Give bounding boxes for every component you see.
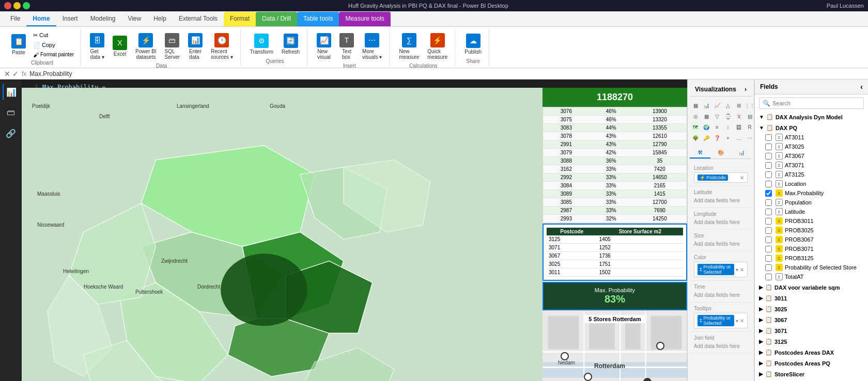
- viz-custom2-icon[interactable]: …: [734, 133, 743, 142]
- build-visual-tab[interactable]: 🛠: [690, 148, 710, 158]
- nav-data-icon[interactable]: 🗃: [3, 104, 19, 121]
- table-row[interactable]: 3084 33% 2165: [543, 182, 687, 190]
- field-checkbox[interactable]: [765, 190, 772, 197]
- cut-button[interactable]: ✂ Cut: [31, 31, 76, 40]
- field-group-header[interactable]: ▶ 📋 3071: [757, 326, 866, 336]
- field-checkbox[interactable]: [765, 227, 772, 234]
- viz-custom1-icon[interactable]: +: [723, 133, 733, 142]
- viz-slicer-icon[interactable]: ≡: [712, 122, 722, 132]
- tab-file[interactable]: File: [4, 12, 26, 26]
- viz-scatter-icon[interactable]: ⋮⋮: [745, 101, 754, 110]
- table-row[interactable]: 2992 33% 14650: [543, 173, 687, 182]
- field-checkbox[interactable]: [765, 255, 772, 262]
- viz-waterfall-icon[interactable]: ↕: [723, 122, 733, 132]
- window-controls[interactable]: [4, 2, 30, 9]
- field-item[interactable]: ΣPROB3071: [757, 244, 866, 253]
- transform-button[interactable]: ⚙ Transform: [247, 31, 276, 57]
- tooltip-field-remove[interactable]: ✕: [740, 318, 744, 324]
- store-marker-1[interactable]: [561, 352, 569, 360]
- tab-table-tools[interactable]: Table tools: [297, 12, 339, 26]
- field-item[interactable]: ΣAT3067: [757, 151, 866, 161]
- field-item[interactable]: ΣMax.Probability: [757, 188, 866, 198]
- fields-search-input[interactable]: [772, 100, 860, 106]
- field-item[interactable]: ΣAT3011: [757, 133, 866, 142]
- copy-button[interactable]: 📄 Copy: [31, 41, 76, 50]
- field-item[interactable]: ΣLocation: [757, 179, 866, 188]
- field-checkbox[interactable]: [765, 134, 772, 141]
- store-marker-5[interactable]: [656, 342, 664, 350]
- color-field-chevron[interactable]: ▾: [736, 267, 738, 273]
- publish-button[interactable]: ☁ Publish: [461, 31, 485, 57]
- viz-expand-icon[interactable]: ›: [745, 86, 747, 93]
- field-checkbox[interactable]: [765, 209, 772, 215]
- field-checkbox[interactable]: [765, 264, 772, 271]
- get-data-button[interactable]: 🗄 Getdata ▾: [87, 31, 107, 62]
- tab-measure-tools[interactable]: Measure tools: [339, 12, 390, 26]
- tab-modeling[interactable]: Modeling: [84, 12, 122, 26]
- field-group-header[interactable]: ▶ 📋 3011: [757, 293, 866, 303]
- field-checkbox[interactable]: [765, 274, 772, 280]
- fields-collapse-icon[interactable]: ‹: [860, 83, 863, 91]
- map-container[interactable]: Poeldijk Delft Lansingerland Gouda Maass…: [22, 88, 542, 381]
- viz-donut-icon[interactable]: ◎: [691, 112, 700, 121]
- new-measure-button[interactable]: ∑ Newmeasure: [396, 31, 422, 62]
- new-visual-button[interactable]: 📈 Newvisual: [314, 31, 334, 62]
- store-table-row[interactable]: 3067 1736: [547, 252, 683, 260]
- viz-key-influencers-icon[interactable]: 🔑: [702, 133, 711, 142]
- table-row[interactable]: 3088 36% 35: [543, 157, 687, 165]
- field-checkbox[interactable]: [765, 236, 772, 243]
- field-group-header[interactable]: ▼ 📋 DAX PQ: [757, 123, 866, 133]
- field-item[interactable]: ΣLatitude: [757, 207, 866, 216]
- latitude-add[interactable]: Add data fields here: [694, 197, 748, 204]
- store-table-row[interactable]: 3025 1751: [547, 260, 683, 268]
- time-add[interactable]: Add data fields here: [694, 291, 748, 299]
- field-item[interactable]: ΣPROB3011: [757, 216, 866, 226]
- table-row[interactable]: 3076 46% 13900: [543, 107, 687, 116]
- table-row[interactable]: 3079 42% 15845: [543, 149, 687, 157]
- color-field-remove[interactable]: ✕: [740, 267, 744, 273]
- field-group-header[interactable]: ▶ 📋 StoreSlicer: [757, 369, 866, 379]
- refresh-button[interactable]: 🔄 Refresh: [278, 31, 303, 57]
- table-row[interactable]: 2993 32% 14250: [543, 215, 687, 223]
- field-checkbox[interactable]: [765, 153, 772, 160]
- formula-close-icon[interactable]: ✕: [4, 70, 10, 78]
- format-painter-button[interactable]: 🖌 Format painter: [31, 51, 76, 59]
- table-row[interactable]: 2987 33% 7690: [543, 207, 687, 215]
- format-tab[interactable]: 🎨: [710, 148, 731, 158]
- field-checkbox[interactable]: [765, 144, 772, 150]
- tab-external-tools[interactable]: External Tools: [173, 12, 224, 26]
- field-group-header[interactable]: ▼ 📋 DAX Analysis Dyn Model: [757, 112, 866, 122]
- field-item[interactable]: ΣTotalAT: [757, 272, 866, 281]
- text-box-button[interactable]: T Textbox: [336, 31, 357, 62]
- field-checkbox[interactable]: [765, 162, 772, 169]
- viz-treemap-icon[interactable]: ▦: [702, 112, 711, 121]
- field-item[interactable]: ΣPROB3067: [757, 235, 866, 244]
- tab-home[interactable]: Home: [26, 12, 56, 26]
- tab-format[interactable]: Format: [224, 12, 256, 26]
- store-table-row[interactable]: 3125 1405: [547, 235, 683, 244]
- longitude-add[interactable]: Add data fields here: [694, 218, 748, 226]
- viz-line-chart-icon[interactable]: 📈: [712, 101, 722, 110]
- viz-gauge-icon[interactable]: ⌚: [723, 112, 733, 121]
- enter-data-button[interactable]: 📊 Enterdata: [185, 31, 206, 62]
- sql-button[interactable]: 🗃 SQLServer: [162, 31, 183, 62]
- table-row[interactable]: 2991 43% 12790: [543, 140, 687, 149]
- field-group-header[interactable]: ▶ 📋 Postcodes Areas PQ: [757, 358, 866, 368]
- table-row[interactable]: 3078 43% 12610: [543, 132, 687, 140]
- viz-card-icon[interactable]: 🃏: [734, 112, 743, 121]
- viz-decomp-icon[interactable]: 🌳: [691, 133, 700, 142]
- formula-confirm-icon[interactable]: ✓: [12, 70, 19, 78]
- nav-report-icon[interactable]: 📊: [3, 84, 19, 100]
- table-row[interactable]: 3162 33% 7420: [543, 165, 687, 173]
- close-button[interactable]: [4, 2, 11, 9]
- field-group-header[interactable]: ▶ 📋 DAX voor variabele sqm: [757, 282, 866, 292]
- maximize-button[interactable]: [23, 2, 30, 9]
- quick-measure-button[interactable]: ⚡ Quickmeasure: [424, 31, 451, 62]
- field-item[interactable]: ΣProbability of Selected Store: [757, 263, 866, 272]
- join-field-add[interactable]: Add data fields here: [694, 342, 748, 350]
- table-row[interactable]: 3089 33% 1415: [543, 190, 687, 198]
- viz-custom3-icon[interactable]: ⋯: [745, 133, 754, 142]
- store-table-row[interactable]: 3011 1502: [547, 268, 683, 277]
- tab-insert[interactable]: Insert: [56, 12, 84, 26]
- field-checkbox[interactable]: [765, 199, 772, 206]
